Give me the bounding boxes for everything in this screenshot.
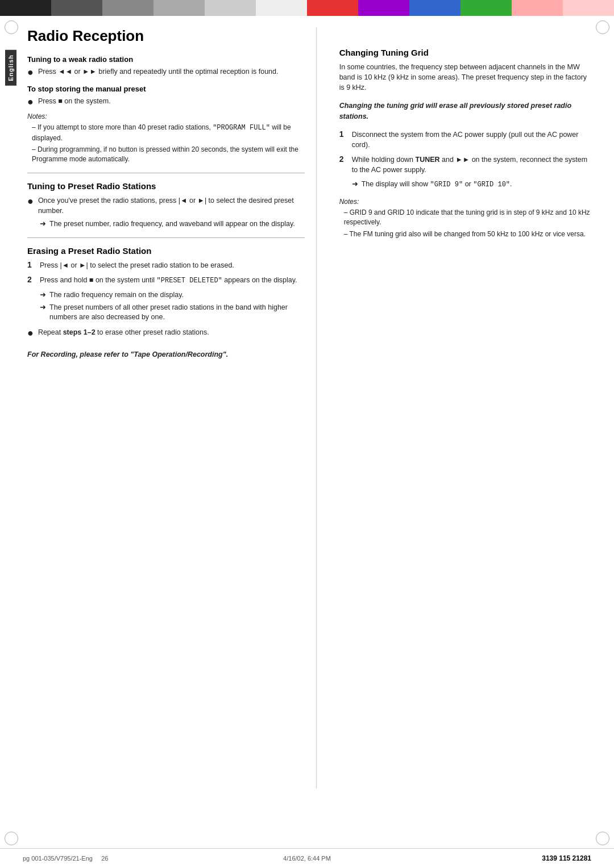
color-block-12 <box>563 0 614 16</box>
erasing-repeat-text: Repeat steps 1–2 to erase other preset r… <box>38 327 209 337</box>
right-step-num-2: 2 <box>339 155 347 164</box>
right-step-1-text: Disconnect the system from the AC power … <box>352 130 591 150</box>
color-block-5 <box>205 0 256 16</box>
right-column: Changing Tuning Grid In some countries, … <box>334 27 591 788</box>
color-block-7 <box>307 0 358 16</box>
color-block-1 <box>0 0 51 16</box>
footer-right: 3139 115 21281 <box>402 854 591 862</box>
right-note-1: – GRID 9 and GRID 10 indicate that the t… <box>344 208 591 228</box>
top-bar-right <box>307 0 614 16</box>
erasing-title: Erasing a Preset Radio Station <box>27 246 305 256</box>
color-block-9 <box>409 0 460 16</box>
stop-storing-title: To stop storing the manual preset <box>27 85 305 93</box>
right-step-1: 1 Disconnect the system from the AC powe… <box>339 130 591 150</box>
note-item-1: – If you attempt to store more than 40 p… <box>32 123 305 143</box>
footer: pg 001-035/V795/21-Eng 26 4/16/02, 6:44 … <box>0 848 614 868</box>
right-step-2-arrow: ➜ The display will show "GRID 9" or "GRI… <box>352 180 591 190</box>
changing-warning: Changing the tuning grid will erase all … <box>339 101 591 121</box>
recording-note: For Recording, please refer to "Tape Ope… <box>27 349 305 360</box>
arrow-sym-2: ➜ <box>40 290 46 299</box>
bullet-dot-3: ● <box>27 195 34 208</box>
arrow-sym-1: ➜ <box>40 219 46 228</box>
color-block-2 <box>51 0 102 16</box>
arrow-sym-3: ➜ <box>40 303 46 311</box>
top-bar-left <box>0 0 307 16</box>
changing-title: Changing Tuning Grid <box>339 48 591 57</box>
divider-1 <box>27 173 305 173</box>
stop-storing-bullet: ● Press ■ on the system. <box>27 96 305 108</box>
color-block-10 <box>460 0 512 16</box>
right-step-2-text: While holding down TUNER and ►► on the s… <box>352 155 591 175</box>
changing-intro: In some countries, the frequency step be… <box>339 62 591 93</box>
divider-2 <box>27 237 305 238</box>
right-note-2: – The FM tuning grid also will be change… <box>344 229 591 239</box>
note-item-2: – During programming, if no button is pr… <box>32 145 305 165</box>
page-center-num: 26 <box>101 855 108 862</box>
erasing-step-2-text: Press and hold ■ on the system until "PR… <box>40 275 297 286</box>
erasing-repeat-bullet: ● Repeat steps 1–2 to erase other preset… <box>27 327 305 340</box>
doc-code: 3139 115 21281 <box>542 854 591 862</box>
corner-circle-br <box>596 832 609 845</box>
color-block-3 <box>102 0 154 16</box>
tuning-preset-bullet: ● Once you've preset the radio stations,… <box>27 195 305 216</box>
footer-left: pg 001-035/V795/21-Eng 26 <box>23 855 212 862</box>
sidebar: English <box>0 16 22 811</box>
left-notes-block: Notes: – If you attempt to store more th… <box>27 112 305 165</box>
tuning-weak-bullet: ● Press ◄◄ or ►► briefly and repeatedly … <box>27 66 305 79</box>
erasing-step-1: 1 Press |◄ or ►| to select the preset ra… <box>27 260 305 270</box>
right-notes-label: Notes: <box>339 198 591 206</box>
erasing-step-1-text: Press |◄ or ►| to select the preset radi… <box>40 260 234 270</box>
notes-label-1: Notes: <box>27 112 305 120</box>
english-tab: English <box>5 50 16 86</box>
page-title: Radio Reception <box>27 27 305 45</box>
color-block-4 <box>154 0 205 16</box>
color-block-11 <box>512 0 563 16</box>
page-container: English Radio Reception Tuning to a weak… <box>0 16 614 811</box>
right-notes-block: Notes: – GRID 9 and GRID 10 indicate tha… <box>339 198 591 239</box>
tuning-preset-text: Once you've preset the radio stations, p… <box>38 195 305 216</box>
footer-center: 4/16/02, 6:44 PM <box>212 855 401 862</box>
step-num-2: 2 <box>27 275 35 284</box>
color-block-6 <box>256 0 307 16</box>
bullet-dot-2: ● <box>27 96 34 108</box>
footer-date: 4/16/02, 6:44 PM <box>283 855 331 862</box>
step-num-1: 1 <box>27 260 35 269</box>
right-step-num-1: 1 <box>339 130 347 139</box>
top-color-bar <box>0 0 614 16</box>
erasing-arrow-2-text: The preset numbers of all other preset r… <box>49 303 305 323</box>
erasing-arrow-1-text: The radio frequency remain on the displa… <box>49 290 184 301</box>
main-content: Radio Reception Tuning to a weak radio s… <box>22 16 614 811</box>
bullet-dot-4: ● <box>27 327 34 340</box>
tuning-weak-text: Press ◄◄ or ►► briefly and repeatedly un… <box>38 66 279 77</box>
bullet-dot: ● <box>27 66 34 79</box>
left-column: Radio Reception Tuning to a weak radio s… <box>27 27 317 788</box>
arrow-sym-4: ➜ <box>352 180 358 188</box>
right-step-2: 2 While holding down TUNER and ►► on the… <box>339 155 591 175</box>
right-step-2-arrow-text: The display will show "GRID 9" or "GRID … <box>362 180 512 190</box>
erasing-arrow-2: ➜ The preset numbers of all other preset… <box>40 303 305 323</box>
color-block-8 <box>358 0 409 16</box>
erasing-step-2: 2 Press and hold ■ on the system until "… <box>27 275 305 286</box>
tuning-preset-arrow-text: The preset number, radio frequency, and … <box>49 219 295 229</box>
tuning-weak-title: Tuning to a weak radio station <box>27 55 305 64</box>
erasing-arrow-1: ➜ The radio frequency remain on the disp… <box>40 290 305 301</box>
tuning-preset-title: Tuning to Preset Radio Stations <box>27 181 305 191</box>
stop-storing-text: Press ■ on the system. <box>38 96 111 106</box>
tuning-preset-arrow: ➜ The preset number, radio frequency, an… <box>40 219 305 229</box>
doc-ref: pg 001-035/V795/21-Eng <box>23 855 93 862</box>
corner-circle-bl <box>5 832 18 845</box>
